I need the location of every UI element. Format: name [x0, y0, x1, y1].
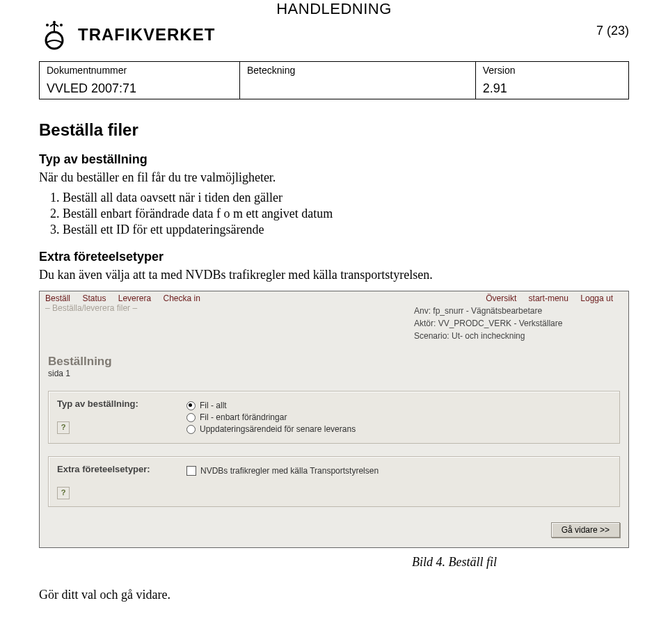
info-anv: Anv: fp_snurr - Vägnätsbearbetare: [414, 305, 623, 317]
brand-row: TRAFIKVERKET: [39, 19, 629, 50]
nav-leverera[interactable]: Leverera: [118, 293, 151, 303]
checkbox-icon: [186, 466, 196, 476]
subsection-heading-type: Typ av beställning: [39, 152, 629, 167]
options-list: Beställ all data oavsett när i tiden den…: [39, 191, 629, 237]
app-screenshot: Beställ Status Leverera Checka in Översi…: [39, 291, 629, 548]
panel2-label: Extra företeelsetyper:: [57, 464, 168, 474]
radio-icon: [186, 401, 196, 410]
nav-bestall[interactable]: Beställ: [45, 293, 70, 303]
list-item: Beställ enbart förändrade data f o m ett…: [63, 207, 629, 221]
footer-text: Gör ditt val och gå vidare.: [39, 588, 629, 602]
nav-right: Översikt start-menu Logga ut: [486, 293, 623, 303]
document-meta-table: Dokumentnummer Beteckning Version VVLED …: [39, 61, 629, 99]
nav-logout[interactable]: Logga ut: [580, 293, 613, 303]
intro-text: När du beställer en fil får du tre valmö…: [39, 168, 629, 186]
svg-point-3: [60, 24, 63, 26]
radio-label: Fil - allt: [200, 401, 227, 410]
list-item: Beställ ett ID för ett uppdateringsärend…: [63, 223, 629, 237]
help-icon[interactable]: ?: [57, 487, 70, 499]
trafikverket-logo-icon: [39, 19, 70, 50]
doc-type-header: HANDLEDNING: [276, 0, 392, 18]
nav-left: Beställ Status Leverera Checka in: [45, 293, 210, 303]
radio-label: Uppdateringsärendeid för senare leverans: [200, 424, 356, 434]
nav-status[interactable]: Status: [82, 293, 106, 303]
page-number: 7 (23): [596, 24, 629, 38]
checkbox-nvdb[interactable]: NVDBs trafikregler med källa Transportst…: [186, 466, 611, 476]
meta-version-value: 2.91: [475, 79, 628, 99]
brand-name: TRAFIKVERKET: [78, 25, 215, 45]
nav-oversikt[interactable]: Översikt: [486, 293, 516, 303]
meta-doknr-value: VVLED 2007:71: [40, 79, 240, 99]
radio-icon: [186, 425, 196, 434]
go-next-button[interactable]: Gå vidare >>: [551, 522, 620, 538]
radio-fil-forandringar[interactable]: Fil - enbart förändringar: [186, 412, 611, 422]
radio-label: Fil - enbart förändringar: [200, 412, 287, 422]
svg-point-1: [46, 24, 49, 26]
list-item: Beställ all data oavsett när i tiden den…: [63, 191, 629, 205]
meta-beteckning-value: [239, 79, 475, 99]
info-scenario: Scenario: Ut- och incheckning: [414, 330, 623, 342]
form-page: sida 1: [48, 369, 620, 378]
radio-icon: [186, 413, 196, 422]
form-title: Beställning: [48, 355, 620, 369]
breadcrumb: – Beställa/leverera filer –: [40, 303, 408, 345]
meta-version-label: Version: [475, 62, 628, 79]
meta-beteckning-label: Beteckning: [239, 62, 475, 79]
section-heading: Beställa filer: [39, 120, 629, 140]
panel1-label: Typ av beställning:: [57, 399, 168, 409]
panel-extra-foreteelsetyper: Extra företeelsetyper: ? NVDBs trafikreg…: [48, 456, 620, 507]
info-aktor: Aktör: VV_PRODC_VERK - Verkställare: [414, 317, 623, 330]
figure-caption: Bild 4. Beställ fil: [39, 548, 629, 570]
meta-doknr-label: Dokumentnummer: [40, 62, 240, 79]
nav-startmenu[interactable]: start-menu: [529, 293, 568, 303]
panel-type-bestallning: Typ av beställning: ? Fil - allt Fil - e…: [48, 391, 620, 444]
subsection-heading-extra: Extra företeelsetyper: [39, 250, 629, 264]
extra-text: Du kan även välja att ta med NVDBs trafi…: [39, 266, 629, 284]
svg-point-2: [53, 21, 56, 24]
radio-fil-allt[interactable]: Fil - allt: [186, 401, 611, 410]
nav-checka-in[interactable]: Checka in: [163, 293, 200, 303]
checkbox-label: NVDBs trafikregler med källa Transportst…: [200, 466, 379, 476]
radio-uppdateringsarende[interactable]: Uppdateringsärendeid för senare leverans: [186, 424, 611, 434]
help-icon[interactable]: ?: [57, 421, 70, 434]
